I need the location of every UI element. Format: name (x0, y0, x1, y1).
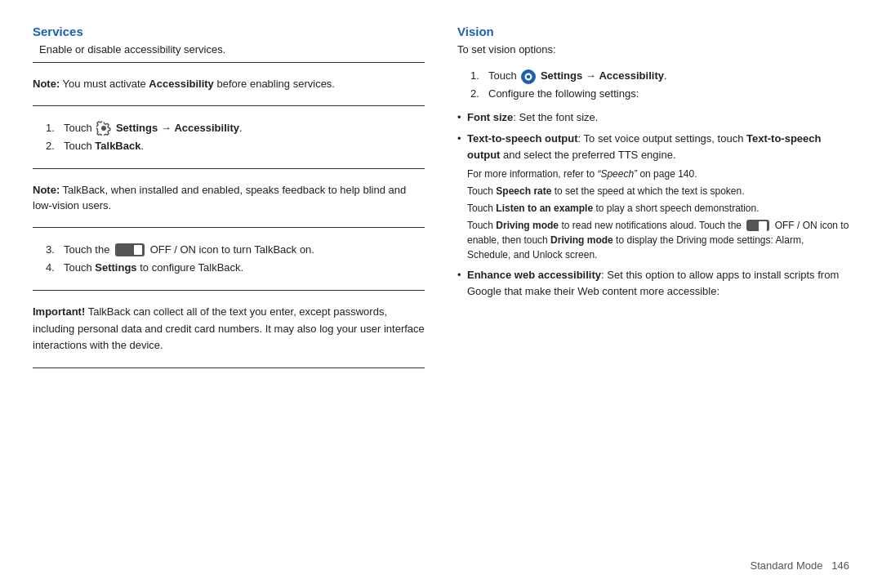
step-1: 1. Touch Settings → Accessibility. (46, 119, 425, 137)
bullet-tts: Text-to-speech output: To set voice outp… (457, 131, 849, 261)
nav-icon (521, 69, 536, 84)
note1-label: Note: (33, 78, 60, 90)
step-3-num: 3. (46, 241, 59, 259)
footer: Standard Mode 146 (751, 559, 849, 572)
step-3: 3. Touch the OFF / ON icon to turn TalkB… (46, 241, 425, 259)
step-4-content: Touch Settings to configure TalkBack. (64, 259, 425, 277)
divider-5 (33, 290, 425, 291)
vision-step-1-content: Touch Settings → Accessibility. (488, 67, 849, 85)
vision-step-1-num: 1. (470, 67, 483, 85)
svg-point-2 (527, 74, 531, 78)
vision-bullets: Font size: Set the font size. Text-to-sp… (457, 109, 849, 300)
toggle-off-on-icon (115, 243, 145, 256)
services-subtitle: Enable or disable accessibility services… (33, 43, 425, 56)
step-2-num: 2. (46, 137, 59, 155)
extra-driving: Touch Driving mode to read new notificat… (467, 218, 849, 262)
vision-intro: To set vision options: (457, 43, 849, 56)
step-2-content: Touch TalkBack. (64, 137, 425, 155)
step-1-num: 1. (46, 119, 59, 137)
extra-listen: Touch Listen to an example to play a sho… (467, 201, 849, 216)
vision-step-1: 1. Touch Settings → Accessibility. (470, 67, 849, 85)
extra-speech-rate: Touch Speech rate to set the speed at wh… (467, 184, 849, 198)
important-block: Important! TalkBack can collect all of t… (33, 297, 425, 361)
divider-4 (33, 227, 425, 228)
bullet-web-accessibility: Enhance web accessibility: Set this opti… (457, 267, 849, 300)
vision-step-2: 2. Configure the following settings: (470, 85, 849, 103)
important-label: Important! (33, 305, 85, 318)
note1-text: You must activate (60, 78, 149, 90)
note2-text: TalkBack, when installed and enabled, sp… (33, 184, 406, 212)
step-1-content: Touch Settings → Accessibility. (64, 119, 425, 137)
vision-step-1-bold: Settings (541, 69, 582, 82)
divider-3 (33, 168, 425, 169)
step-2: 2. Touch TalkBack. (46, 137, 425, 155)
divider-6 (33, 368, 425, 368)
important-text: TalkBack can collect all of the text you… (33, 305, 425, 352)
step-4-num: 4. (46, 259, 59, 277)
step-1-bold: Settings (116, 122, 158, 134)
divider-1 (33, 62, 425, 63)
step-3-content: Touch the OFF / ON icon to turn TalkBack… (64, 241, 425, 259)
vision-step-2-content: Configure the following settings: (488, 85, 849, 103)
footer-page: 146 (831, 559, 849, 572)
note2-label: Note: (33, 184, 60, 196)
vision-step-2-num: 2. (470, 85, 483, 103)
svg-point-0 (101, 126, 106, 131)
right-column: Vision To set vision options: 1. Touch S… (457, 24, 849, 375)
step-4: 4. Touch Settings to configure TalkBack. (46, 259, 425, 277)
step-1-after: Accessibility (174, 122, 239, 134)
vision-title: Vision (457, 24, 849, 38)
note1-after: before enabling services. (214, 78, 335, 90)
bullet-font-size: Font size: Set the font size. (457, 109, 849, 126)
steps-1-2: 1. Touch Settings → Accessibility. 2. To… (33, 113, 425, 162)
note-block-2: Note: TalkBack, when installed and enabl… (33, 176, 425, 220)
note1-bold: Accessibility (149, 78, 214, 90)
gear-icon (96, 121, 111, 136)
vision-steps: 1. Touch Settings → Accessibility. 2. Co… (457, 60, 849, 109)
divider-2 (33, 105, 425, 106)
steps-3-4: 3. Touch the OFF / ON icon to turn TalkB… (33, 234, 425, 283)
footer-mode: Standard Mode (751, 559, 823, 572)
toggle-driving-icon (746, 220, 769, 231)
note-block-1: Note: You must activate Accessibility be… (33, 69, 425, 99)
main-content: Services Enable or disable accessibility… (33, 24, 849, 375)
services-title: Services (33, 24, 425, 38)
vision-step-1-after: Accessibility (599, 69, 664, 82)
left-column: Services Enable or disable accessibility… (33, 24, 425, 375)
extra-speech-ref: For more information, refer to “Speech” … (467, 167, 849, 181)
